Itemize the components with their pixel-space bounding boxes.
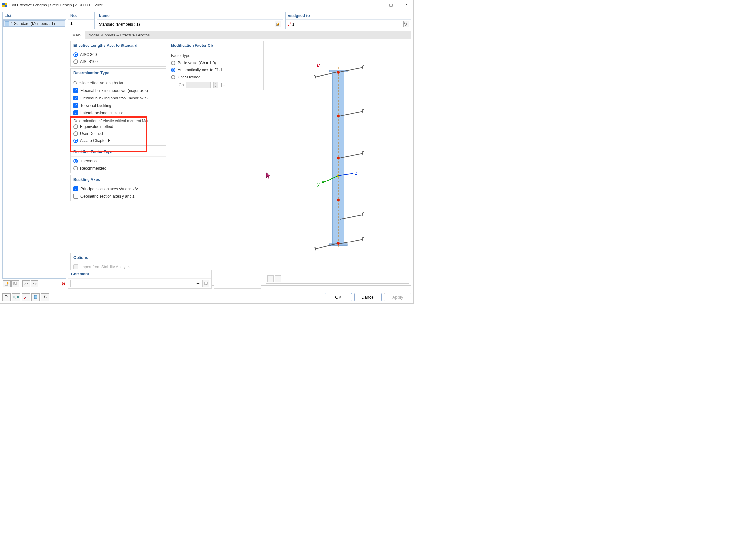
copy-item-button[interactable] [11, 280, 19, 287]
list-item[interactable]: 1 Standard (Members : 1) [3, 20, 65, 27]
radio-recommended[interactable]: Recommended [73, 166, 163, 171]
cursor-icon [266, 172, 271, 179]
svg-rect-39 [34, 295, 37, 299]
check-flex-zv[interactable]: Flexural buckling about z/v (minor axis) [73, 95, 163, 101]
svg-point-35 [5, 295, 7, 298]
svg-rect-34 [205, 282, 207, 285]
cb-symbol: Cb [179, 83, 184, 87]
svg-text:y: y [317, 181, 319, 187]
minimize-button[interactable] [369, 0, 384, 10]
svg-rect-2 [2, 5, 4, 7]
window-title: Edit Effective Lengths | Steel Design | … [9, 3, 103, 7]
member-icon [287, 22, 291, 26]
svg-rect-3 [5, 5, 7, 7]
edit-name-button[interactable] [275, 21, 281, 27]
check-flex-yu[interactable]: Flexural buckling about y/u (major axis) [73, 88, 163, 93]
cb-head: Modification Factor Cb [168, 41, 263, 50]
svg-line-36 [7, 298, 8, 299]
svg-marker-27 [352, 172, 354, 175]
list-item-icon [4, 21, 9, 26]
opts-head: Options [71, 254, 166, 262]
svg-rect-11 [15, 282, 17, 285]
cancel-button[interactable]: Cancel [355, 293, 382, 301]
bft-head: Buckling Factor Type [71, 148, 166, 156]
tabs: Main Nodal Supports & Effective Lengths [68, 31, 411, 39]
comment-copy-button[interactable] [202, 280, 209, 287]
check-import-stability[interactable]: Import from Stability Analysis [73, 264, 163, 270]
svg-rect-0 [2, 3, 4, 5]
radio-auto-f11[interactable]: Automatically acc. to F1-1 [171, 67, 261, 72]
footer-member-button[interactable]: A [22, 293, 30, 301]
new-item-button[interactable] [3, 280, 11, 287]
check-principal-axes[interactable]: Principal section axes y/u and z/v [73, 186, 163, 192]
pick-assigned-button[interactable] [403, 21, 409, 27]
name-label: Name [97, 12, 283, 20]
svg-text:z: z [355, 171, 357, 176]
svg-rect-5 [390, 4, 392, 6]
list-box[interactable]: 1 Standard (Members : 1) [2, 20, 66, 278]
app-icon [2, 3, 7, 7]
preview-svg: z y v [302, 58, 373, 258]
list-header: List [2, 12, 66, 20]
radio-user-defined-mcr[interactable]: User-Defined [73, 131, 163, 136]
eff-std-head: Effective Lengths Acc. to Standard [71, 41, 166, 50]
footer-search-button[interactable] [2, 293, 11, 301]
cb-unit: [ - ] [221, 83, 226, 87]
ok-button[interactable]: OK [325, 293, 352, 301]
det-type-head: Determination Type [71, 69, 166, 78]
radio-chapter-f[interactable]: Acc. to Chapter F [73, 138, 163, 143]
svg-point-24 [337, 199, 340, 201]
name-input[interactable] [99, 22, 274, 27]
radio-aisi-s100[interactable]: AISI S100 [73, 59, 163, 64]
cb-input [186, 82, 211, 88]
svg-point-14 [288, 25, 289, 26]
check-torsional[interactable]: Torsional buckling [73, 103, 163, 108]
assigned-input[interactable] [292, 22, 402, 27]
no-input[interactable] [71, 21, 92, 26]
svg-point-22 [337, 156, 340, 159]
close-button[interactable] [398, 0, 413, 10]
check-geometric-axes[interactable]: Geometric section axes y and z [73, 194, 163, 199]
svg-text:A: A [25, 296, 27, 299]
sidebar-toolbar: ✓✓ ✓✗ ✕ [2, 278, 66, 289]
footer-units-button[interactable]: 0,00 [12, 293, 20, 301]
footer-function-button[interactable]: fₓ [41, 293, 50, 301]
axes-head: Buckling Axes [71, 175, 166, 184]
check-button-1[interactable]: ✓✓ [22, 280, 30, 287]
svg-point-20 [337, 71, 340, 74]
maximize-button[interactable] [384, 0, 398, 10]
factor-type-label: Factor type [171, 53, 261, 58]
radio-eigenvalue[interactable]: Eigenvalue method [73, 124, 163, 129]
radio-theoretical[interactable]: Theoretical [73, 158, 163, 164]
svg-rect-1 [5, 3, 7, 5]
svg-point-25 [337, 242, 340, 245]
tab-main[interactable]: Main [68, 31, 85, 39]
radio-aisc360[interactable]: AISC 360 [73, 52, 163, 57]
check-button-2[interactable]: ✓✗ [31, 280, 38, 287]
comment-head: Comment [68, 270, 211, 278]
svg-point-9 [7, 282, 9, 284]
list-item-label: 1 Standard (Members : 1) [11, 21, 55, 26]
comment-select[interactable] [71, 280, 201, 287]
assigned-label: Assigned to [286, 12, 411, 20]
svg-point-21 [337, 115, 340, 117]
apply-button[interactable]: Apply [384, 293, 411, 301]
titlebar: Edit Effective Lengths | Steel Design | … [0, 0, 413, 10]
footer-section-button[interactable] [31, 293, 40, 301]
svg-text:v: v [317, 62, 320, 69]
preview-canvas[interactable]: z y v [266, 41, 409, 274]
radio-user-defined-cb[interactable]: User-Defined [171, 75, 261, 80]
tab-nodal[interactable]: Nodal Supports & Effective Lengths [85, 31, 153, 39]
delete-button[interactable]: ✕ [61, 281, 65, 287]
no-label: No. [68, 12, 94, 20]
consider-label: Consider effective lengths for [73, 81, 163, 85]
cb-spinner: ▲▼ [213, 82, 218, 88]
radio-basic-value[interactable]: Basic value (Cb = 1.0) [171, 60, 261, 65]
check-ltb[interactable]: Lateral-torsional buckling [73, 110, 163, 116]
mcr-label: Determination of elastic critical moment… [73, 119, 163, 123]
